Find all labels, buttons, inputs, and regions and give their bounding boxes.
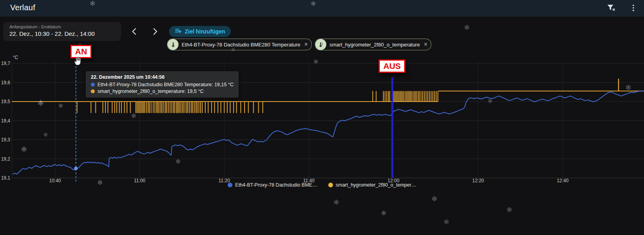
tooltip-timestamp: 22. Dezember 2025 um 10:44:56 <box>91 74 234 80</box>
overflow-menu-button[interactable] <box>627 2 639 14</box>
chip-close-icon[interactable]: × <box>424 41 427 48</box>
snowflake-icon <box>464 24 470 32</box>
legend-item-hygrometer[interactable]: smart_hygrometer_2f80_o_temper… <box>328 182 416 188</box>
chart-legend: Eth4-BT-Proxy-78 Dachstudio BME… smart_h… <box>0 182 644 188</box>
thermometer-icon <box>167 39 178 50</box>
add-target-button[interactable]: Ziel hinzufügen <box>169 26 231 37</box>
date-range-picker[interactable]: Anfangsdatum - Enddatum 22. Dez., 10:30 … <box>3 22 121 41</box>
legend-label: Eth4-BT-Proxy-78 Dachstudio BME… <box>235 182 317 188</box>
thermometer-alert-icon <box>315 39 326 50</box>
y-axis-unit-label: °C <box>13 55 18 60</box>
date-range-value: 22. Dez., 10:30 - 22. Dez., 14:00 <box>9 30 121 37</box>
chart-tooltip: 22. Dezember 2025 um 10:44:56 Eth4-BT-Pr… <box>86 71 239 98</box>
tooltip-row-text: smart_hygrometer_2f80_o_temperature: 19,… <box>98 89 204 94</box>
annotation-aus: AUS <box>379 59 405 73</box>
entity-chip-hygrometer[interactable]: smart_hygrometer_2f80_o_temperature × <box>315 39 431 50</box>
snowflake-icon <box>506 207 512 214</box>
legend-label: smart_hygrometer_2f80_o_temper… <box>336 182 416 188</box>
series-yellow-dot <box>328 183 333 187</box>
tooltip-row: smart_hygrometer_2f80_o_temperature: 19,… <box>91 89 234 94</box>
filter-remove-icon <box>607 3 616 14</box>
playlist-plus-icon <box>175 27 182 36</box>
tooltip-row: Eth4-BT-Proxy-78 Dachstudio BME280 Tempe… <box>91 82 234 87</box>
entity-chip-label: Eth4-BT-Proxy-78 Dachstudio BME280 Tempe… <box>182 42 300 48</box>
y-axis-tick-label: 19,5 <box>1 99 11 104</box>
add-target-label: Ziel hinzufügen <box>185 28 225 35</box>
y-axis-tick-label: 19,6 <box>1 80 11 85</box>
legend-item-bme280[interactable]: Eth4-BT-Proxy-78 Dachstudio BME… <box>228 182 317 188</box>
series-blue-line <box>13 91 644 174</box>
target-chips: Eth4-BT-Proxy-78 Dachstudio BME280 Tempe… <box>167 39 431 50</box>
snowflake-icon <box>443 219 449 226</box>
entity-chip-bme280[interactable]: Eth4-BT-Proxy-78 Dachstudio BME280 Tempe… <box>167 39 312 50</box>
y-axis-tick-label: 19,1 <box>1 175 11 181</box>
snowflake-icon <box>431 196 438 204</box>
history-page: Verlauf Anfangsdatum - Enddatum 22. Dez.… <box>0 0 644 235</box>
series-blue-dot <box>91 83 95 87</box>
hand-cursor-icon <box>73 56 83 68</box>
y-axis-tick-label: 19,2 <box>1 156 11 162</box>
series-blue-dot <box>228 183 232 187</box>
chip-close-icon[interactable]: × <box>304 41 308 48</box>
y-axis-tick-label: 19,4 <box>1 118 11 124</box>
next-period-button[interactable] <box>149 26 161 38</box>
page-title: Verlauf <box>10 3 35 12</box>
y-axis-tick-label: 19,3 <box>1 137 11 142</box>
snowflake-icon <box>381 210 386 217</box>
entity-chip-label: smart_hygrometer_2f80_o_temperature <box>329 42 420 48</box>
series-yellow-dot <box>91 89 95 93</box>
hover-point-marker <box>74 167 78 170</box>
tooltip-row-text: Eth4-BT-Proxy-78 Dachstudio BME280 Tempe… <box>98 82 234 87</box>
y-axis-tick-label: 19,7 <box>1 61 11 66</box>
kebab-menu-icon <box>629 4 638 13</box>
previous-period-button[interactable] <box>128 26 141 38</box>
filter-remove-button[interactable] <box>605 2 617 14</box>
chevron-left-icon <box>130 27 139 37</box>
snowflake-icon <box>333 199 339 207</box>
chevron-right-icon <box>151 27 159 37</box>
app-header: Verlauf <box>0 0 644 17</box>
date-range-label: Anfangsdatum - Enddatum <box>9 24 121 29</box>
